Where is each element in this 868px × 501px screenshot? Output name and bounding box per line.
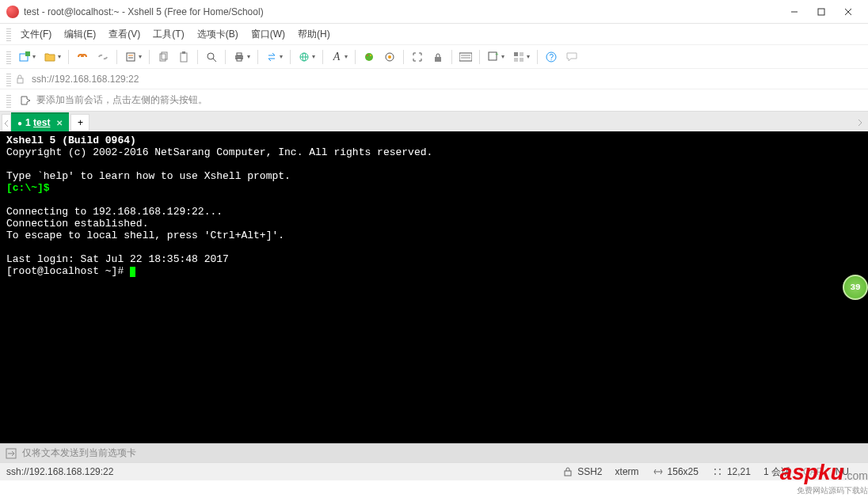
- status-caps: CAP: [803, 466, 823, 477]
- new-window-icon: +: [487, 51, 500, 63]
- new-window-button[interactable]: +▾: [484, 48, 508, 66]
- menu-window[interactable]: 窗口(W): [245, 25, 291, 44]
- svg-point-23: [370, 55, 371, 56]
- svg-rect-33: [520, 52, 523, 56]
- svg-rect-9: [160, 54, 166, 61]
- separator: [197, 50, 198, 64]
- svg-point-41: [714, 469, 716, 470]
- size-icon: [652, 465, 664, 478]
- menu-tools[interactable]: 工具(T): [147, 25, 190, 44]
- app-icon: [6, 6, 19, 18]
- link-icon: [76, 51, 89, 63]
- separator: [355, 50, 356, 64]
- compose-bar[interactable]: 仅将文本发送到当前选项卡: [0, 443, 868, 462]
- print-button[interactable]: ▾: [230, 48, 253, 66]
- properties-button[interactable]: ▾: [121, 48, 145, 66]
- reconnect-button[interactable]: [73, 48, 92, 66]
- terminal-copyright: Copyright (c) 2002-2016 NetSarang Comput…: [6, 146, 432, 158]
- disconnect-button[interactable]: [93, 48, 112, 66]
- highlight-button[interactable]: [380, 48, 399, 66]
- lock-button[interactable]: [428, 48, 447, 66]
- maximize-button[interactable]: [808, 2, 835, 22]
- terminal-last-login: Last login: Sat Jul 22 18:35:48 2017: [6, 253, 229, 265]
- svg-text:?: ?: [550, 53, 554, 62]
- color-scheme-button[interactable]: [360, 48, 379, 66]
- separator: [225, 50, 226, 64]
- status-num: NU: [836, 466, 849, 477]
- new-session-icon: [18, 51, 31, 63]
- close-button[interactable]: [835, 2, 862, 22]
- svg-rect-17: [237, 59, 242, 61]
- cursor-pos-icon: [711, 465, 724, 478]
- tab-add-button[interactable]: +: [70, 114, 89, 131]
- separator: [451, 50, 452, 64]
- paste-icon: [177, 51, 190, 63]
- send-icon[interactable]: [5, 447, 17, 460]
- menu-tab[interactable]: 选项卡(B): [191, 25, 245, 44]
- svg-rect-26: [435, 57, 441, 62]
- paste-button[interactable]: [174, 48, 193, 66]
- menu-edit[interactable]: 编辑(E): [58, 25, 102, 44]
- unlink-icon: [97, 51, 109, 63]
- tab-index: 1: [25, 117, 31, 128]
- printer-icon: [233, 51, 246, 63]
- svg-rect-6: [127, 53, 135, 61]
- tab-active[interactable]: ● 1 test ✕: [11, 112, 69, 131]
- svg-rect-1: [818, 9, 824, 15]
- font-button[interactable]: A▾: [327, 48, 351, 66]
- status-sessions: 1 会话: [763, 465, 790, 479]
- menu-help[interactable]: 帮助(H): [291, 25, 337, 44]
- new-session-button[interactable]: ▾: [15, 48, 39, 66]
- terminal-connecting: Connecting to 192.168.168.129:22...: [6, 206, 223, 218]
- keyboard-button[interactable]: [456, 48, 475, 66]
- svg-rect-38: [17, 78, 23, 83]
- transfer-button[interactable]: ▾: [262, 48, 286, 66]
- highlight-icon: [383, 51, 396, 63]
- feedback-button[interactable]: [562, 48, 581, 66]
- svg-point-22: [367, 55, 368, 56]
- svg-rect-27: [459, 53, 472, 61]
- status-cursor: 12,21: [711, 465, 751, 478]
- svg-rect-40: [565, 471, 571, 476]
- bullet-icon: ●: [17, 119, 22, 127]
- fullscreen-button[interactable]: [408, 48, 427, 66]
- titlebar: test - root@localhost:~ - Xshell 5 (Free…: [0, 0, 868, 24]
- minimize-button[interactable]: [781, 2, 808, 22]
- properties-icon: [124, 51, 137, 63]
- grip-icon: [6, 50, 11, 64]
- address-text[interactable]: ssh://192.168.168.129:22: [32, 74, 139, 85]
- menu-view[interactable]: 查看(V): [102, 25, 147, 44]
- svg-text:+: +: [495, 51, 499, 58]
- arrow-add-icon[interactable]: [19, 94, 32, 107]
- menu-file[interactable]: 文件(F): [14, 25, 58, 44]
- svg-rect-32: [514, 52, 518, 56]
- web-button[interactable]: ▾: [295, 48, 318, 66]
- help-button[interactable]: ?: [542, 48, 561, 66]
- copy-button[interactable]: [154, 48, 173, 66]
- tab-close-button[interactable]: ✕: [56, 119, 63, 127]
- keyboard-icon: [459, 51, 472, 63]
- terminal-header: Xshell 5 (Build 0964): [6, 135, 136, 146]
- address-bar: ssh://192.168.168.129:22: [0, 68, 868, 89]
- terminal-help: Type `help' to learn how to use Xshell p…: [6, 170, 291, 182]
- search-icon: [205, 51, 218, 63]
- terminal[interactable]: Xshell 5 (Build 0964) Copyright (c) 2002…: [0, 131, 868, 443]
- tile-button[interactable]: ▾: [509, 48, 533, 66]
- tab-scroll-right[interactable]: [855, 114, 865, 131]
- tab-scroll-left[interactable]: [2, 114, 11, 131]
- lock-small-icon: [14, 73, 27, 85]
- svg-point-25: [388, 55, 391, 59]
- svg-point-21: [365, 53, 373, 61]
- tab-bar: ● 1 test ✕ +: [0, 111, 868, 131]
- find-button[interactable]: [202, 48, 221, 66]
- status-term: xterm: [615, 466, 639, 477]
- open-button[interactable]: ▾: [40, 48, 64, 66]
- status-address: ssh://192.168.168.129:22: [6, 466, 113, 477]
- hint-bar: 要添加当前会话，点击左侧的箭头按钮。: [0, 89, 868, 111]
- cursor-icon: [130, 267, 135, 277]
- svg-rect-35: [520, 58, 523, 62]
- grip-icon: [6, 72, 11, 86]
- separator: [322, 50, 323, 64]
- lock-icon: [562, 465, 574, 478]
- grip-icon: [6, 93, 11, 108]
